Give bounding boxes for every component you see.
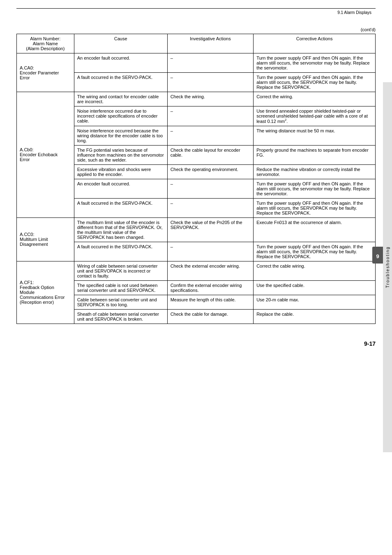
cause-cell: Cable between serial converter unit and …	[74, 295, 167, 309]
cause-cell: A fault occurred in the SERVO-PACK.	[74, 198, 167, 217]
cause-cell: The specified cable is not used between …	[74, 280, 167, 295]
alarm-cell: A.Cb0:Encoder EchobackError	[17, 92, 74, 218]
investigative-cell: –	[167, 198, 254, 217]
col-header-alarm: Alarm Number:Alarm Name(Alarm Descriptio…	[17, 34, 74, 53]
investigative-cell: Check the wiring.	[167, 92, 254, 106]
investigative-cell: Check the operating environment.	[167, 164, 254, 179]
table-row: A.Cb0:Encoder EchobackErrorThe wiring an…	[17, 92, 376, 106]
cause-cell: A fault occurred in the SERVO-PACK.	[74, 242, 167, 261]
sidebar-label: Troubleshooting	[385, 246, 390, 288]
header-divider	[16, 8, 376, 9]
table-row: A.CF1:Feedback OptionModuleCommunication…	[17, 261, 376, 280]
investigative-cell: –	[167, 126, 254, 145]
alarm-cell: A.CA0:Encoder ParameterError	[17, 53, 74, 92]
col-header-investigative: Investigative Actions	[167, 34, 254, 53]
investigative-cell: –	[167, 106, 254, 126]
investigative-cell: –	[167, 73, 254, 92]
table-row: A.CA0:Encoder ParameterErrorAn encoder f…	[17, 53, 376, 73]
corrective-cell: Correct the cable wiring.	[254, 261, 376, 280]
cause-cell: The wiring and contact for encoder cable…	[74, 92, 167, 106]
investigative-cell: Check the external encoder wiring.	[167, 261, 254, 280]
cause-cell: A fault occurred in the SERVO-PACK.	[74, 73, 167, 92]
investigative-cell: –	[167, 53, 254, 73]
investigative-cell: Measure the length of this cable.	[167, 295, 254, 309]
corrective-cell: Turn the power supply OFF and then ON ag…	[254, 179, 376, 198]
corrective-cell: Turn the power supply OFF and then ON ag…	[254, 198, 376, 217]
section-title: 9.1 Alarm Displays	[337, 10, 371, 15]
cause-cell: Wiring of cable between serial converter…	[74, 261, 167, 280]
corrective-cell: Reduce the machine vibration or correctl…	[254, 164, 376, 179]
tab-number: 9	[376, 253, 379, 259]
page-number: 9-17	[364, 340, 376, 347]
cause-cell: The FG potential varies because of influ…	[74, 145, 167, 164]
corrective-cell: Turn the power supply OFF and then ON ag…	[254, 242, 376, 261]
corrective-cell: Turn the power supply OFF and then ON ag…	[254, 73, 376, 92]
troubleshooting-sidebar: Troubleshooting	[383, 82, 392, 452]
corrective-cell: Use tinned annealed copper shielded twis…	[254, 106, 376, 126]
cause-cell: The multiturn limit value of the encoder…	[74, 217, 167, 242]
cause-cell: An encoder fault occurred.	[74, 53, 167, 73]
alarm-cell: A.CF1:Feedback OptionModuleCommunication…	[17, 261, 74, 324]
investigative-cell: Confirm the external encoder wiring spec…	[167, 280, 254, 295]
page-header: 9.1 Alarm Displays	[16, 10, 376, 15]
corrective-cell: Correct the wiring.	[254, 92, 376, 106]
investigative-cell: –	[167, 242, 254, 261]
footer: 9-17	[16, 332, 376, 347]
corrective-cell: Use the specified cable.	[254, 280, 376, 295]
table-row: A.CC0:Multiturn LimitDisagreementThe mul…	[17, 217, 376, 242]
investigative-cell: Check the value of the Pn205 of the SERV…	[167, 217, 254, 242]
cause-cell: Sheath of cable between serial converter…	[74, 309, 167, 324]
chapter-tab: 9	[372, 247, 383, 264]
cause-cell: An encoder fault occurred.	[74, 179, 167, 198]
cause-cell: Noise interference occurred due to incor…	[74, 106, 167, 126]
corrective-cell: Replace the cable.	[254, 309, 376, 324]
col-header-cause: Cause	[74, 34, 167, 53]
cause-cell: Excessive vibration and shocks were appl…	[74, 164, 167, 179]
corrective-cell: The wiring distance must be 50 m max.	[254, 126, 376, 145]
cause-cell: Noise interference occurred because the …	[74, 126, 167, 145]
alarm-table: Alarm Number:Alarm Name(Alarm Descriptio…	[16, 34, 376, 324]
col-header-corrective: Corrective Actions	[254, 34, 376, 53]
corrective-cell: Turn the power supply OFF and then ON ag…	[254, 53, 376, 73]
corrective-cell: Properly ground the machines to separate…	[254, 145, 376, 164]
corrective-cell: Use 20-m cable max.	[254, 295, 376, 309]
contd-indicator: (cont'd)	[16, 27, 376, 32]
investigative-cell: Check the cable for damage.	[167, 309, 254, 324]
investigative-cell: Check the cable layout for encoder cable…	[167, 145, 254, 164]
corrective-cell: Execute Fn013 at the occurrence of alarm…	[254, 217, 376, 242]
alarm-cell: A.CC0:Multiturn LimitDisagreement	[17, 217, 74, 261]
investigative-cell: –	[167, 179, 254, 198]
